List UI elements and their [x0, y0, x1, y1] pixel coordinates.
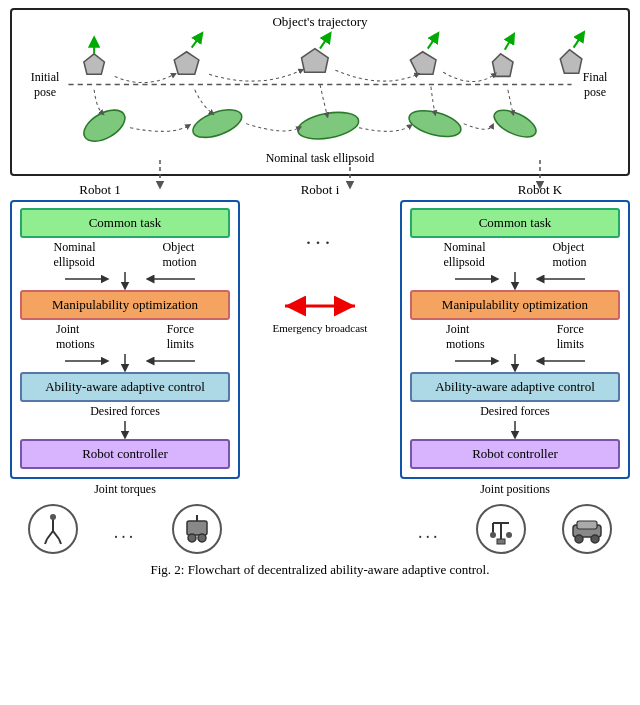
- svg-point-17: [490, 105, 540, 143]
- emergency-section: Emergency broadcast: [273, 294, 368, 334]
- caption: Fig. 2: Flowchart of decentralized abili…: [151, 562, 490, 578]
- right-robot2-icon: [562, 504, 612, 554]
- right-nominal-label: Nominalellipsoid: [443, 240, 485, 270]
- svg-point-37: [198, 534, 206, 542]
- left-object-motion-label: Objectmotion: [162, 240, 196, 270]
- left-arrow2: [20, 354, 230, 372]
- right-arrow3: [410, 421, 620, 439]
- svg-point-55: [591, 535, 599, 543]
- left-manip-text: Manipulability optimization: [52, 297, 198, 312]
- connector-svg: [40, 160, 640, 190]
- right-output-label: Joint positions: [480, 482, 550, 497]
- svg-line-33: [59, 539, 61, 544]
- svg-line-32: [45, 539, 47, 544]
- robot-labels-row: Robot 1 Robot i Robot K: [10, 182, 630, 198]
- right-arrow1: [410, 272, 620, 290]
- right-controller-box: Robot controller: [410, 439, 620, 469]
- right-manip-text: Manipulability optimization: [442, 297, 588, 312]
- right-labels-1: Nominalellipsoid Objectmotion: [410, 240, 620, 270]
- svg-marker-1: [84, 54, 105, 75]
- left-arrow3: [20, 421, 230, 439]
- right-arrow2: [410, 354, 620, 372]
- right-dots-before: ···: [418, 511, 441, 548]
- svg-line-4: [192, 36, 200, 47]
- right-desired-forces: Desired forces: [480, 404, 550, 419]
- svg-point-54: [575, 535, 583, 543]
- svg-point-16: [406, 106, 463, 142]
- main-container: Object's trajectory Initialpose Finalpos…: [0, 0, 640, 705]
- right-common-task-box: Common task: [410, 208, 620, 238]
- left-joint-motions: Jointmotions: [56, 322, 95, 352]
- left-common-task-box: Common task: [20, 208, 230, 238]
- svg-line-30: [53, 531, 59, 539]
- left-robot2-icon: [172, 504, 222, 554]
- left-manipulability-box: Manipulability optimization: [20, 290, 230, 320]
- left-nominal-label: Nominalellipsoid: [53, 240, 95, 270]
- right-object-motion-label: Objectmotion: [552, 240, 586, 270]
- svg-point-36: [188, 534, 196, 542]
- left-outer-border: Common task Nominalellipsoid Objectmotio…: [10, 200, 240, 479]
- svg-marker-5: [302, 49, 329, 73]
- svg-point-49: [490, 532, 496, 538]
- svg-point-13: [79, 104, 130, 148]
- final-pose-label: Finalpose: [570, 70, 620, 100]
- left-force-limits: Forcelimits: [167, 322, 194, 352]
- left-robot-icons-row: ···: [10, 504, 240, 554]
- svg-rect-34: [187, 521, 207, 535]
- trajectory-title: Object's trajectory: [12, 14, 628, 30]
- svg-marker-9: [492, 54, 513, 77]
- svg-point-14: [189, 104, 245, 143]
- svg-line-8: [428, 36, 436, 48]
- trajectory-svg: [12, 30, 628, 170]
- left-desired-forces: Desired forces: [90, 404, 160, 419]
- emergency-label: Emergency broadcast: [273, 322, 368, 334]
- right-robot-icons-row: ···: [400, 504, 630, 554]
- left-labels-2: Jointmotions Forcelimits: [20, 322, 230, 352]
- trajectory-box: Object's trajectory Initialpose Finalpos…: [10, 8, 630, 176]
- svg-marker-3: [174, 52, 199, 75]
- left-controller-box: Robot controller: [20, 439, 230, 469]
- robot-block-left: Common task Nominalellipsoid Objectmotio…: [10, 200, 240, 554]
- right-ability-text: Ability-aware adaptive control: [435, 379, 595, 394]
- right-force-limits: Forcelimits: [557, 322, 584, 352]
- left-dots-between-icons: ···: [114, 511, 137, 548]
- right-outer-border: Common task Nominalellipsoid Objectmotio…: [400, 200, 630, 479]
- middle-dots: ···: [306, 230, 335, 256]
- svg-rect-53: [577, 521, 597, 529]
- svg-line-6: [320, 36, 328, 48]
- initial-pose-label: Initialpose: [20, 70, 70, 100]
- svg-line-10: [505, 37, 512, 49]
- robot-block-right: Common task Nominalellipsoid Objectmotio…: [400, 200, 630, 554]
- right-joint-motions: Jointmotions: [446, 322, 485, 352]
- left-labels-1: Nominalellipsoid Objectmotion: [20, 240, 230, 270]
- right-robot1-icon: [476, 504, 526, 554]
- bottom-area: Common task Nominalellipsoid Objectmotio…: [10, 200, 630, 554]
- middle-section: ··· Emergency broadcast: [273, 200, 368, 334]
- svg-marker-7: [410, 52, 436, 75]
- left-output-label: Joint torques: [94, 482, 156, 497]
- left-arrow1: [20, 272, 230, 290]
- right-manipulability-box: Manipulability optimization: [410, 290, 620, 320]
- svg-point-50: [506, 532, 512, 538]
- svg-rect-51: [497, 539, 505, 544]
- svg-line-29: [47, 531, 53, 539]
- svg-point-31: [50, 514, 56, 520]
- svg-point-15: [296, 108, 361, 143]
- svg-line-12: [574, 35, 582, 47]
- left-ability-text: Ability-aware adaptive control: [45, 379, 205, 394]
- left-ability-box: Ability-aware adaptive control: [20, 372, 230, 402]
- emergency-arrow-svg: [280, 294, 360, 318]
- right-ability-box: Ability-aware adaptive control: [410, 372, 620, 402]
- left-robot1-icon: [28, 504, 78, 554]
- left-robot1-icon-wrap: [28, 504, 78, 554]
- right-labels-2: Jointmotions Forcelimits: [410, 322, 620, 352]
